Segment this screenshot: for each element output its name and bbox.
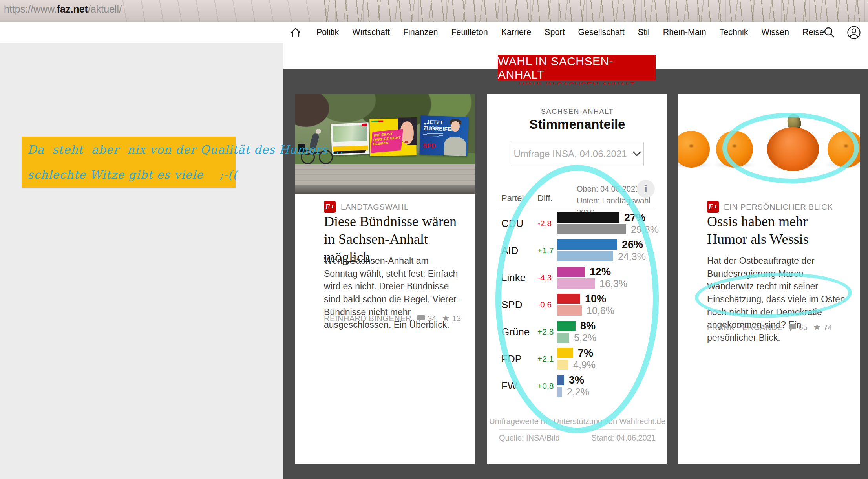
bar-current-fw xyxy=(557,375,564,385)
sticky-note-line1: Da steht aber nix von der Qualität des H… xyxy=(27,143,236,156)
author-name: FRANK PERGANDE xyxy=(707,323,783,332)
chart-stand: Stand: 04.06.2021 xyxy=(592,433,656,442)
nav-item-finanzen[interactable]: Finanzen xyxy=(403,27,438,37)
kicker-label: LANDTAGSWAHL xyxy=(341,203,409,212)
value-current-fw: 3% xyxy=(569,374,584,386)
url-text[interactable]: https://www.faz.net/aktuell/ xyxy=(4,4,122,15)
article-headline[interactable]: Ossis haben mehr Humor als Wessis xyxy=(707,213,850,249)
bars-grne: 8%5,2% xyxy=(557,321,596,344)
bar-previous-grne xyxy=(557,333,569,343)
stars-stat[interactable]: ★ 13 xyxy=(442,314,461,323)
nav-item-technik[interactable]: Technik xyxy=(720,27,748,37)
diff-value-linke: -4,3 xyxy=(537,273,552,282)
chart-row-cdu: CDU-2,827%29,8% xyxy=(487,212,667,234)
chart-legend: Partei Diff. Oben: 04.06.2021 Unten: Lan… xyxy=(487,183,667,207)
chart-row-fdp: FDP+2,17%4,9% xyxy=(487,348,667,370)
party-label-fw: FW xyxy=(501,380,517,392)
comments-stat[interactable]: 34 xyxy=(417,314,436,323)
browser-url-bar[interactable]: https://www.faz.net/aktuell/ xyxy=(0,0,868,22)
column-header-party: Partei xyxy=(501,193,524,203)
url-bar-divider xyxy=(0,18,868,18)
bars-fdp: 7%4,9% xyxy=(557,348,596,371)
bar-previous-fdp xyxy=(557,360,568,370)
article-byline: REINHARD BINGENER 34 ★ 13 xyxy=(324,314,461,323)
nav-item-rhein-main[interactable]: Rhein-Main xyxy=(663,27,706,37)
nav-item-reise[interactable]: Reise xyxy=(802,27,824,37)
chart-region-label: SACHSEN-ANHALT xyxy=(487,108,667,116)
party-label-linke: Linke xyxy=(501,272,526,284)
nav-item-sport[interactable]: Sport xyxy=(545,27,565,37)
chart-source: Quelle: INSA/Bild xyxy=(499,433,560,442)
diff-value-spd: -0,6 xyxy=(537,300,552,309)
star-icon: ★ xyxy=(813,323,821,332)
author-name: REINHARD BINGENER xyxy=(324,314,411,323)
stars-stat[interactable]: ★ 74 xyxy=(813,323,832,332)
bars-fw: 3%2,2% xyxy=(557,375,589,399)
bars-spd: 10%10,6% xyxy=(557,294,614,317)
posters-scene-sidewalk xyxy=(295,164,475,186)
topic-banner-label: WAHL IN SACHSEN-ANHALT xyxy=(498,55,656,81)
bar-current-spd xyxy=(557,294,580,304)
bar-previous-spd xyxy=(557,305,582,316)
party-label-grne: Grüne xyxy=(501,326,530,338)
poster-gruene: WIE ES IST DARF ES NICHT BLEIBEN. xyxy=(369,118,417,156)
value-current-spd: 10% xyxy=(585,293,606,305)
nav-item-politik[interactable]: Politik xyxy=(316,27,339,37)
star-icon: ★ xyxy=(442,314,450,323)
nav-items: PolitikWirtschaftFinanzenFeuilletonKarri… xyxy=(290,22,824,43)
pumpkin xyxy=(767,127,819,171)
nav-item-wissen[interactable]: Wissen xyxy=(762,27,789,37)
user-icon[interactable] xyxy=(847,26,861,40)
chart-header-divider xyxy=(499,208,656,208)
bar-previous-linke xyxy=(557,278,595,289)
info-icon[interactable]: i xyxy=(637,180,655,198)
article-image-oranges-pumpkin[interactable] xyxy=(678,94,860,194)
comments-stat[interactable]: 65 xyxy=(788,323,808,332)
party-label-cdu: CDU xyxy=(501,218,523,230)
value-previous-afd: 24,3% xyxy=(618,251,646,262)
value-previous-linke: 16,3% xyxy=(599,278,627,289)
search-icon[interactable] xyxy=(823,26,836,39)
chart-row-grne: Grüne+2,88%5,2% xyxy=(487,321,667,343)
column-header-diff: Diff. xyxy=(537,193,553,203)
diff-value-cdu: -2,8 xyxy=(537,219,552,228)
nav-item-feuilleton[interactable]: Feuilleton xyxy=(451,27,488,37)
bar-previous-cdu xyxy=(557,224,626,234)
topic-banner[interactable]: WAHL IN SACHSEN-ANHALT xyxy=(498,55,656,80)
poll-selector-dropdown[interactable]: Umfrage INSA, 04.06.2021 xyxy=(511,142,644,166)
nav-item-stil[interactable]: Stil xyxy=(638,27,650,37)
chart-footnote: Umfragewerte mit Unterstützung von Wahlr… xyxy=(487,417,667,426)
home-icon[interactable] xyxy=(290,27,302,38)
sticky-note-line2: schlechte Witze gibt es viele ;-(( xyxy=(27,168,236,181)
nav-item-wirtschaft[interactable]: Wirtschaft xyxy=(352,27,390,37)
chart-rows: CDU-2,827%29,8%AfD+1,726%24,3%Linke-4,31… xyxy=(487,212,667,402)
topic-banner-clipped-echo: WAHL IN SACHSEN-ANHALT xyxy=(518,80,636,84)
chevron-down-icon xyxy=(632,151,641,157)
diff-value-grne: +2,8 xyxy=(537,327,554,336)
kicker-label: EIN PERSÖNLICHER BLICK xyxy=(724,203,833,212)
bar-current-linke xyxy=(557,267,585,277)
diff-value-fdp: +2,1 xyxy=(537,354,554,364)
nav-item-gesellschaft[interactable]: Gesellschaft xyxy=(578,27,624,37)
article-kicker: F+ LANDTAGSWAHL xyxy=(324,201,409,213)
diff-value-fw: +0,8 xyxy=(537,381,554,391)
chart-row-afd: AfD+1,726%24,3% xyxy=(487,240,667,261)
diff-value-afd: +1,7 xyxy=(537,246,554,255)
value-previous-grne: 5,2% xyxy=(574,332,596,344)
main-navigation: PolitikWirtschaftFinanzenFeuilletonKarri… xyxy=(0,22,868,43)
poll-selector-value: Umfrage INSA, 04.06.2021 xyxy=(513,148,627,159)
article-kicker: F+ EIN PERSÖNLICHER BLICK xyxy=(707,201,833,213)
banner-photo-grass-left xyxy=(118,0,338,22)
chart-title: Stimmenanteile xyxy=(487,117,667,132)
chart-source-row: Quelle: INSA/Bild Stand: 04.06.2021 xyxy=(499,433,656,442)
value-current-cdu: 27% xyxy=(624,212,645,224)
nav-icons xyxy=(823,22,861,43)
value-previous-spd: 10,6% xyxy=(587,305,614,316)
party-label-afd: AfD xyxy=(501,245,518,257)
bars-cdu: 27%29,8% xyxy=(557,212,659,236)
value-previous-cdu: 29,8% xyxy=(631,224,659,235)
nav-item-karriere[interactable]: Karriere xyxy=(501,27,531,37)
poster-spd: „JETZT ZUGREIFEN. SPD xyxy=(419,115,468,156)
bars-afd: 26%24,3% xyxy=(557,240,646,263)
posters-scene-road xyxy=(295,185,475,194)
